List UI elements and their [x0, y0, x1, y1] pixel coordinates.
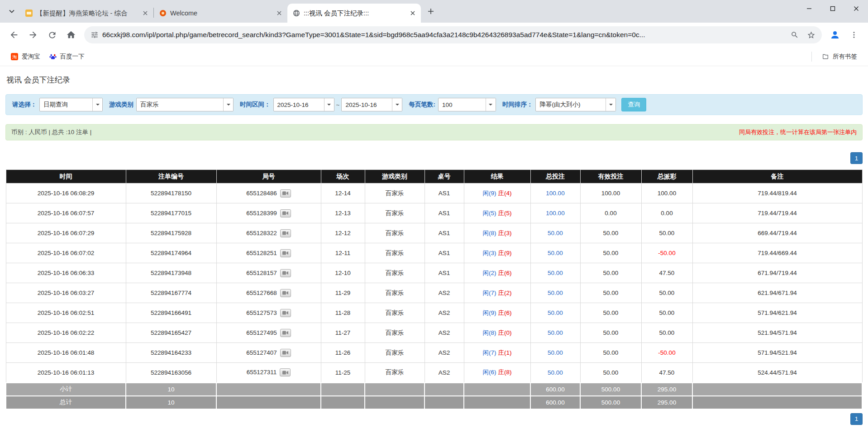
- total-bet-link[interactable]: 50.00: [530, 283, 580, 303]
- round-id-cell: 655128322: [216, 223, 321, 243]
- table-no-cell: AS2: [424, 363, 464, 383]
- table-no-cell: AS1: [424, 263, 464, 283]
- round-video-icon[interactable]: [280, 229, 291, 237]
- query-type-select[interactable]: 日期查询: [39, 98, 103, 111]
- bet-id-cell: 522894165427: [126, 323, 216, 343]
- minimize-button[interactable]: [797, 0, 821, 17]
- valid-bet-cell: 0.00: [580, 203, 641, 223]
- total-bet-link[interactable]: 100.00: [530, 183, 580, 203]
- page-size-select[interactable]: 100: [438, 98, 496, 111]
- game-type-select[interactable]: 百家乐: [136, 98, 234, 111]
- tab-title: 【新提醒】海燕策略论坛 - 综合: [36, 9, 137, 18]
- profile-avatar[interactable]: [826, 26, 844, 43]
- page-1-button[interactable]: 1: [850, 413, 863, 425]
- search-button[interactable]: 查询: [621, 98, 646, 111]
- sort-order-select[interactable]: 降幂(由大到小): [535, 98, 616, 111]
- total-bet-link[interactable]: 50.00: [530, 303, 580, 323]
- total-row-cell-4: [365, 396, 424, 409]
- round-video-icon[interactable]: [280, 309, 291, 317]
- tab-close-icon[interactable]: [141, 9, 150, 18]
- time-cell: 2025-10-16 06:01:13: [6, 363, 126, 383]
- bookmarks-right: 所有书签: [811, 51, 862, 63]
- result-banker: 庄(9): [498, 250, 512, 256]
- subtotal-row-cell-6: [464, 383, 530, 396]
- total-bet-link[interactable]: 50.00: [530, 243, 580, 263]
- all-bookmarks-label: 所有书签: [833, 53, 857, 61]
- date-to-select[interactable]: 2025-10-16: [341, 98, 402, 111]
- result-banker: 庄(0): [498, 329, 512, 336]
- tab-welcome[interactable]: Welcome: [154, 4, 287, 23]
- round-video-icon[interactable]: [280, 269, 291, 277]
- chevron-down-icon[interactable]: [92, 98, 102, 111]
- back-button[interactable]: [5, 26, 23, 43]
- round-id-cell: 655127495: [216, 323, 321, 343]
- home-button[interactable]: [62, 26, 80, 43]
- game-type-label: 游戏类别: [109, 101, 134, 109]
- round-video-icon[interactable]: [280, 289, 291, 297]
- time-cell: 2025-10-16 06:01:48: [6, 343, 126, 363]
- tab-title: Welcome: [170, 10, 271, 17]
- result-cell: 闲(9)庄(4): [464, 183, 530, 203]
- tab-close-icon[interactable]: [275, 9, 284, 18]
- round-id: 655127495: [246, 329, 277, 336]
- round-video-icon[interactable]: [280, 329, 291, 337]
- total-bet-link[interactable]: 50.00: [530, 323, 580, 343]
- game-type-value: 百家乐: [137, 98, 223, 111]
- result-banker: 庄(5): [498, 210, 512, 217]
- site-settings-icon[interactable]: [91, 31, 99, 39]
- chevron-down-icon[interactable]: [606, 98, 615, 111]
- result-banker: 庄(2): [498, 289, 512, 296]
- menu-icon[interactable]: [845, 26, 863, 43]
- subtotal-row-cell-5: [424, 383, 464, 396]
- column-header-10: 备注: [692, 170, 862, 183]
- reload-button[interactable]: [43, 26, 61, 43]
- session-cell: 12-10: [321, 263, 365, 283]
- url-bar[interactable]: 66cxkj98.com/ipl/portal.php/game/betreco…: [84, 26, 822, 43]
- total-bet-link[interactable]: 50.00: [530, 363, 580, 383]
- total-bet-link[interactable]: 50.00: [530, 263, 580, 283]
- range-separator: ~: [336, 101, 340, 108]
- subtotal-row: 小计10600.00500.00295.00: [6, 383, 862, 396]
- session-cell: 11-27: [321, 323, 365, 343]
- bookmark-taobao[interactable]: 淘 爱淘宝: [6, 51, 45, 63]
- chevron-down-icon[interactable]: [486, 98, 496, 111]
- round-video-icon[interactable]: [280, 189, 291, 198]
- bet-id-cell: 522894163056: [126, 363, 216, 383]
- close-button[interactable]: [844, 0, 868, 17]
- total-bet-link[interactable]: 50.00: [530, 223, 580, 243]
- zoom-icon[interactable]: [787, 28, 802, 42]
- bet-id-cell: 522894174964: [126, 243, 216, 263]
- payout-cell: 50.00: [641, 283, 692, 303]
- new-tab-button[interactable]: [424, 4, 438, 19]
- result-player: 闲(8): [483, 329, 496, 336]
- tab-bet-record[interactable]: :::视讯 会员下注纪录:::: [287, 4, 421, 23]
- column-header-4: 游戏类别: [365, 170, 424, 183]
- maximize-button[interactable]: [821, 0, 844, 17]
- chevron-down-icon[interactable]: [392, 98, 402, 111]
- bookmarks-divider: [811, 52, 812, 62]
- tab-close-icon[interactable]: [408, 9, 417, 18]
- round-video-icon[interactable]: [280, 249, 291, 257]
- result-player: 闲(7): [483, 349, 496, 356]
- bookmark-baidu[interactable]: 百度一下: [45, 51, 89, 63]
- payout-cell: -50.00: [641, 243, 692, 263]
- tab-forum[interactable]: 【新提醒】海燕策略论坛 - 综合: [20, 4, 153, 23]
- session-cell: 11-25: [321, 363, 365, 383]
- tab-search-chevron-icon[interactable]: [5, 4, 19, 19]
- time-cell: 2025-10-16 06:07:02: [6, 243, 126, 263]
- round-video-icon[interactable]: [280, 209, 291, 217]
- date-from-select[interactable]: 2025-10-16: [273, 98, 334, 111]
- round-id-cell: 655127668: [216, 283, 321, 303]
- round-video-icon[interactable]: [280, 349, 291, 357]
- forward-button[interactable]: [24, 26, 42, 43]
- total-bet-link[interactable]: 100.00: [530, 203, 580, 223]
- page-1-button[interactable]: 1: [850, 152, 863, 164]
- bookmark-star-icon[interactable]: [804, 28, 818, 42]
- all-bookmarks-button[interactable]: 所有书签: [817, 51, 862, 63]
- chevron-down-icon[interactable]: [223, 98, 233, 111]
- chevron-down-icon[interactable]: [324, 98, 334, 111]
- result-player: 闲(8): [483, 230, 496, 236]
- total-bet-link[interactable]: 50.00: [530, 343, 580, 363]
- round-video-icon[interactable]: [280, 368, 291, 376]
- bet-id-cell: 522894173948: [126, 263, 216, 283]
